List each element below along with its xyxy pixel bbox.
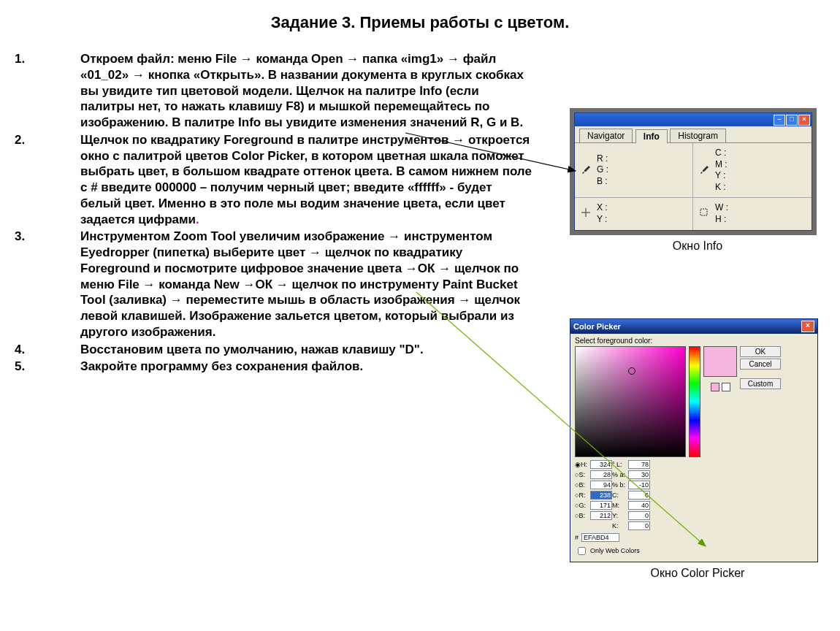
input-b2[interactable]: [628, 481, 650, 489]
maximize-button[interactable]: □: [786, 115, 798, 126]
input-l[interactable]: [628, 460, 650, 469]
tab-navigator[interactable]: Navigator: [579, 129, 633, 142]
hue-slider[interactable]: [689, 346, 700, 457]
info-titlebar[interactable]: – □ ×: [575, 113, 812, 126]
info-xy: X : Y :: [575, 198, 693, 229]
only-web-label: Only Web Colors: [590, 547, 640, 554]
info-cmyk: C : M : Y : K :: [693, 143, 812, 198]
input-a[interactable]: [628, 470, 650, 479]
instructions: Откроем файл: меню File → команда Open →…: [15, 51, 533, 376]
step-1: Откроем файл: меню File → команда Open →…: [15, 51, 533, 131]
hex-label: #: [575, 534, 579, 541]
svg-rect-0: [700, 209, 707, 215]
page-title: Задание 3. Приемы работы с цветом.: [0, 0, 840, 32]
label-r[interactable]: ○R:: [575, 492, 587, 499]
input-c[interactable]: [628, 491, 650, 500]
input-h[interactable]: [590, 460, 612, 469]
crop-icon: [699, 207, 709, 220]
info-panel: – □ × Navigator Info Histogram R : G : B: [570, 108, 817, 235]
info-wh: W : H :: [693, 198, 812, 229]
label-h[interactable]: ◉H:: [575, 461, 587, 468]
color-marker[interactable]: [628, 367, 635, 375]
picker-titlebar[interactable]: Color Picker ×: [570, 319, 817, 334]
step-3: Инструментом Zoom Tool увеличим изображе…: [15, 229, 533, 340]
cancel-button[interactable]: Cancel: [740, 359, 781, 370]
picker-label: Select foreground color:: [575, 337, 813, 345]
warning-icon[interactable]: [711, 383, 719, 391]
tab-histogram[interactable]: Histogram: [670, 129, 726, 142]
close-button[interactable]: ×: [798, 115, 810, 126]
color-swatch: [703, 346, 737, 377]
caption-picker: Окно Color Picker: [570, 567, 825, 580]
minimize-button[interactable]: –: [774, 115, 785, 126]
info-rgb: R : G : B :: [575, 143, 693, 198]
close-button[interactable]: ×: [801, 321, 814, 332]
step-4: Восстановим цвета по умолчанию, нажав кл…: [15, 342, 533, 358]
input-s[interactable]: [590, 470, 612, 479]
only-web-checkbox[interactable]: [578, 547, 586, 555]
hsb-rgb-fields: ◉H:° L: ○S:% a: ○B:% b: ○R:C: ○G:M: ○B:Y…: [575, 460, 647, 530]
custom-button[interactable]: Custom: [740, 378, 781, 389]
label-b[interactable]: ○B:: [575, 481, 587, 489]
input-r[interactable]: [590, 491, 612, 500]
websafe-icon[interactable]: [722, 383, 730, 391]
pink-period: .: [196, 213, 199, 226]
saturation-field[interactable]: [575, 346, 686, 457]
step-5: Закройте программу без сохранения файлов…: [15, 359, 533, 375]
input-y[interactable]: [628, 511, 650, 520]
eyedropper-icon: [581, 165, 591, 175]
label-g[interactable]: ○G:: [575, 502, 587, 509]
hex-input[interactable]: [581, 533, 619, 542]
input-m[interactable]: [628, 501, 650, 510]
eyedropper-icon: [699, 165, 709, 175]
input-bb[interactable]: [590, 511, 612, 520]
ok-button[interactable]: OK: [740, 346, 781, 357]
input-g[interactable]: [590, 501, 612, 510]
input-k[interactable]: [628, 521, 650, 530]
caption-info: Окно Info: [570, 240, 825, 253]
color-picker-window: Color Picker × Select foreground color: …: [570, 318, 818, 562]
tab-info[interactable]: Info: [635, 129, 668, 143]
step-2: Щелчок по квадратику Foreground в палитр…: [15, 132, 533, 228]
input-bv[interactable]: [590, 481, 612, 489]
crosshair-icon: [581, 207, 591, 220]
label-bb[interactable]: ○B:: [575, 512, 587, 519]
label-s[interactable]: ○S:: [575, 471, 587, 478]
